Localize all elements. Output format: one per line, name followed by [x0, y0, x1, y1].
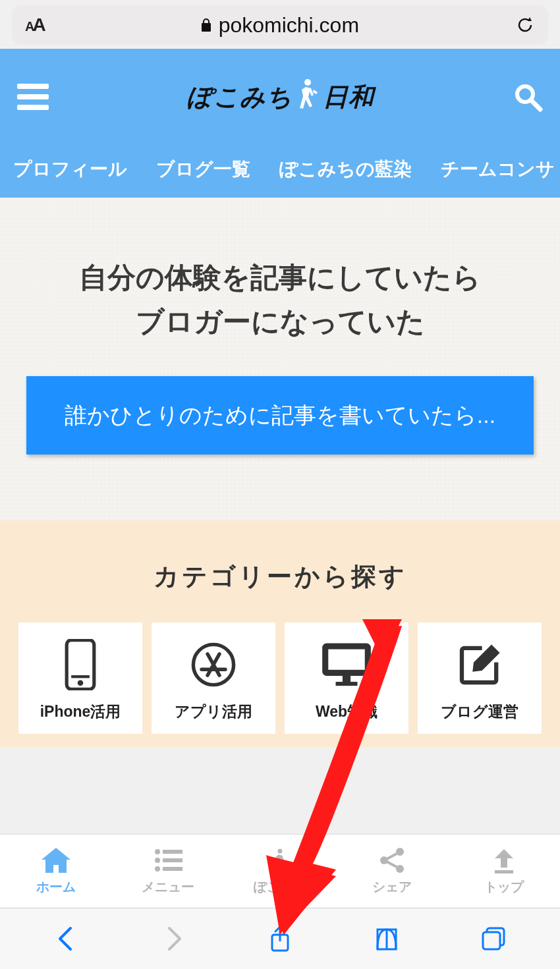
svg-rect-16	[163, 867, 182, 871]
nav-item-aizome[interactable]: ぽこみちの藍染	[279, 157, 412, 182]
svg-rect-10	[336, 682, 358, 686]
site-logo[interactable]: ぽこみち 日和	[187, 76, 374, 117]
lock-icon	[200, 18, 212, 32]
svg-line-21	[387, 862, 397, 867]
bottom-nav-label: シェア	[372, 878, 412, 896]
bottom-nav-label: ぽこみち	[254, 878, 306, 896]
svg-rect-9	[343, 675, 350, 682]
logo-text-left: ぽこみち	[187, 80, 293, 114]
walker-icon	[294, 76, 322, 117]
share-icon[interactable]	[266, 924, 294, 953]
monitor-icon	[320, 638, 373, 691]
tabs-icon[interactable]	[479, 924, 508, 953]
home-icon	[40, 846, 72, 874]
edit-icon	[453, 638, 506, 691]
category-grid: iPhone活用 アプリ活用 Web知識 ブログ運営	[18, 623, 542, 734]
svg-rect-12	[163, 850, 182, 854]
text-size-icon[interactable]: AA	[25, 14, 44, 36]
search-icon[interactable]	[513, 82, 543, 112]
svg-point-3	[78, 680, 84, 686]
category-label: iPhone活用	[40, 702, 121, 722]
bottom-nav-menu[interactable]: メニュー	[112, 835, 224, 908]
category-card-iphone[interactable]: iPhone活用	[18, 623, 142, 734]
category-card-apps[interactable]: アプリ活用	[152, 623, 275, 734]
site-bottom-nav: ホーム メニュー ぽこみち シェア トップ	[0, 834, 560, 908]
safari-toolbar	[0, 908, 560, 969]
category-card-blog[interactable]: ブログ運営	[418, 623, 542, 734]
category-label: アプリ活用	[175, 702, 252, 722]
bottom-nav-home[interactable]: ホーム	[0, 835, 112, 908]
nav-item-blog-list[interactable]: ブログ一覧	[156, 157, 250, 182]
forward-icon[interactable]	[159, 924, 188, 953]
bottom-nav-label: メニュー	[142, 878, 194, 896]
svg-point-17	[396, 848, 404, 856]
nav-item-team[interactable]: チームコンサ	[441, 157, 555, 182]
bottom-nav-label: トップ	[484, 878, 524, 896]
url-display[interactable]: pokomichi.com	[51, 13, 509, 38]
arrow-up-icon	[488, 846, 520, 874]
svg-rect-8	[328, 650, 364, 670]
bottom-nav-top[interactable]: トップ	[448, 835, 560, 908]
hero-title: 自分の体験を記事にしていたら ブロガーになっていた	[20, 256, 540, 343]
svg-line-1	[531, 100, 540, 109]
svg-line-20	[387, 854, 397, 859]
logo-text-right: 日和	[323, 80, 374, 114]
bottom-nav-label: ホーム	[36, 878, 76, 896]
hamburger-menu-icon[interactable]	[17, 84, 49, 110]
url-text: pokomichi.com	[219, 13, 359, 38]
back-icon[interactable]	[52, 924, 81, 953]
phone-icon	[54, 638, 107, 691]
svg-rect-25	[483, 932, 500, 949]
category-title: カテゴリーから探す	[18, 560, 542, 594]
list-icon	[152, 846, 184, 874]
svg-rect-14	[163, 858, 182, 862]
site-header: ぽこみち 日和	[0, 49, 560, 145]
hero-cta-button[interactable]: 誰かひとりのために記事を書いていたら...	[26, 376, 534, 455]
share-nodes-icon	[376, 846, 408, 874]
svg-point-13	[155, 858, 160, 863]
appstore-icon	[187, 638, 240, 691]
bottom-nav-share[interactable]: シェア	[336, 835, 448, 908]
svg-point-15	[155, 866, 160, 872]
category-label: Web知識	[316, 702, 378, 722]
safari-address-bar[interactable]: AA pokomichi.com	[12, 5, 548, 45]
category-label: ブログ運営	[441, 702, 518, 722]
nav-item-profile[interactable]: プロフィール	[13, 157, 127, 182]
bookmarks-icon[interactable]	[372, 924, 401, 953]
reload-icon[interactable]	[515, 15, 535, 35]
hero-section: 自分の体験を記事にしていたら ブロガーになっていた 誰かひとりのために記事を書い…	[0, 198, 560, 520]
top-navigation: プロフィール ブログ一覧 ぽこみちの藍染 チームコンサ	[0, 145, 560, 198]
bottom-nav-pokomichi[interactable]: ぽこみち	[224, 835, 336, 908]
category-card-web[interactable]: Web知識	[285, 623, 408, 734]
svg-point-11	[155, 849, 160, 854]
category-section: カテゴリーから探す iPhone活用 アプリ活用 Web知識 ブログ運営	[0, 520, 560, 747]
svg-point-19	[396, 865, 404, 873]
walker-small-icon	[264, 846, 296, 874]
